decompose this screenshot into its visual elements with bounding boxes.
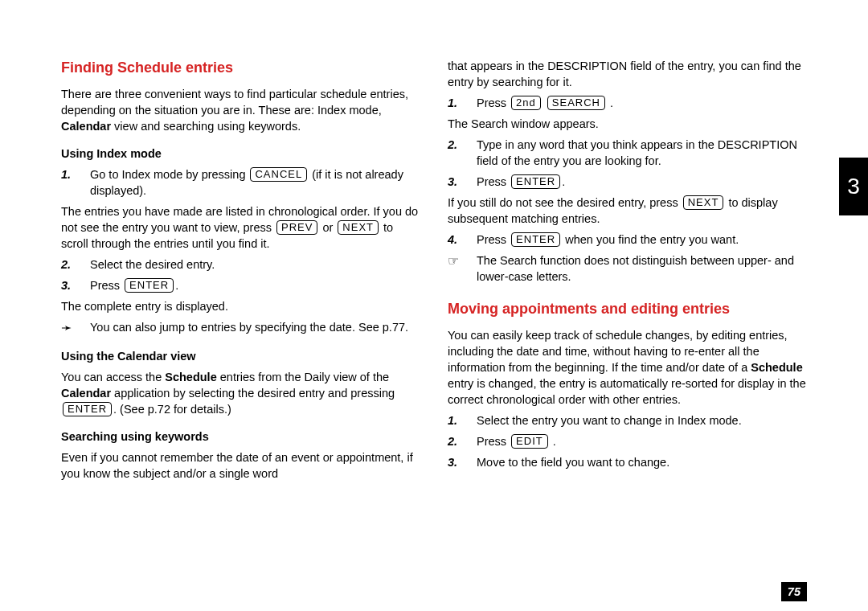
prev-key: PREV <box>276 220 317 235</box>
list-item: 1. Press 2nd SEARCH . <box>448 95 807 111</box>
search-intro-para: Even if you cannot remember the date of … <box>61 449 420 482</box>
chapter-thumb-tab: 3 <box>839 158 868 215</box>
index-scroll-para: The entries you have made are listed in … <box>61 203 420 252</box>
heading-moving: Moving appointments and editing entries <box>448 299 807 319</box>
enter-key: ENTER <box>511 174 560 189</box>
heading-finding: Finding Schedule entries <box>61 58 420 78</box>
search-window-para: The Search window appears. <box>448 116 807 132</box>
index-steps-2: 2. Select the desired entry. 3. Press EN… <box>61 256 420 293</box>
search-steps: 1. Press 2nd SEARCH . <box>448 95 807 111</box>
list-item: 2. Press EDIT . <box>448 433 807 449</box>
right-column: that appears in the DESCRIPTION field of… <box>448 58 807 486</box>
sub-searching-keywords: Searching using keywords <box>61 429 420 445</box>
moving-steps: 1. Select the entry you want to change i… <box>448 412 807 470</box>
second-key: 2nd <box>511 96 541 110</box>
complete-entry-para: The complete entry is displayed. <box>61 298 420 314</box>
page-number: 75 <box>781 582 807 601</box>
list-item: 2. Type in any word that you think appea… <box>448 137 807 169</box>
list-item: 3. Press ENTER. <box>448 174 807 190</box>
calendar-para: You can access the Schedule entries from… <box>61 369 420 417</box>
next-key: NEXT <box>683 195 724 210</box>
enter-key: ENTER <box>511 232 560 247</box>
note-case: ☞ The Search function does not distingui… <box>448 252 807 285</box>
enter-key: ENTER <box>63 402 112 416</box>
edit-key: EDIT <box>511 434 548 449</box>
list-item: 1. Select the entry you want to change i… <box>448 412 807 429</box>
search-cont-para: that appears in the DESCRIPTION field of… <box>448 58 807 90</box>
finding-intro: There are three convenient ways to find … <box>61 86 420 134</box>
search-steps-2: 2. Type in any word that you think appea… <box>448 137 807 190</box>
index-steps: 1. Go to Index mode by pressing CANCEL (… <box>61 166 420 199</box>
pointer-icon: ☞ <box>448 252 477 285</box>
plane-icon: ➛ <box>61 319 90 337</box>
search-steps-3: 4. Press ENTER when you find the entry y… <box>448 232 807 248</box>
still-not-see-para: If you still do not see the desired entr… <box>448 195 807 227</box>
moving-intro: You can easily keep track of schedule ch… <box>448 327 807 408</box>
list-item: 3. Press ENTER. <box>61 277 420 293</box>
list-item: 4. Press ENTER when you find the entry y… <box>448 232 807 248</box>
next-key: NEXT <box>338 220 379 235</box>
cancel-key: CANCEL <box>250 167 307 182</box>
list-item: 3. Move to the field you want to change. <box>448 454 807 470</box>
sub-using-index: Using Index mode <box>61 146 420 162</box>
sub-using-calendar: Using the Calendar view <box>61 348 420 364</box>
list-item: 2. Select the desired entry. <box>61 256 420 273</box>
search-key: SEARCH <box>547 96 605 110</box>
list-item: 1. Go to Index mode by pressing CANCEL (… <box>61 166 420 199</box>
enter-key: ENTER <box>125 278 174 293</box>
note-jump: ➛ You can also jump to entries by specif… <box>61 319 420 337</box>
left-column: Finding Schedule entries There are three… <box>61 58 420 486</box>
